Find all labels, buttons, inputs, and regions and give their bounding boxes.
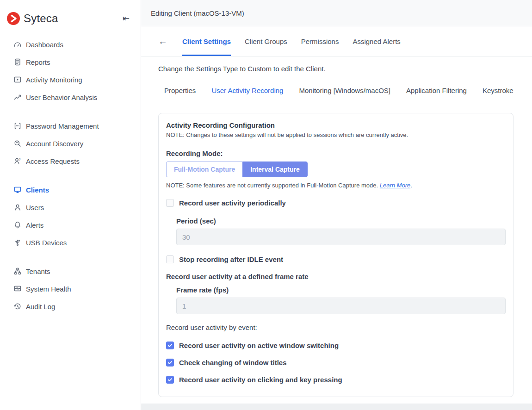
sidebar-item-reports[interactable]: Reports — [0, 53, 141, 71]
sidebar-item-label: USB Devices — [26, 239, 67, 247]
checkbox-row-record-periodically[interactable]: Record user activity periodically — [166, 199, 506, 207]
sidebar-item-label: Clients — [26, 186, 49, 194]
sidebar-item-label: User Behavior Analysis — [26, 93, 97, 101]
clients-icon — [13, 186, 22, 194]
checkbox-label: Record user activity on clicking and key… — [179, 376, 342, 384]
checkbox-checked-icon[interactable] — [166, 376, 174, 384]
sidebar-item-label: Dashboards — [26, 41, 63, 49]
tab-label: Client Settings — [182, 37, 231, 45]
users-icon — [13, 203, 22, 211]
sidebar-item-label: Reports — [26, 58, 50, 66]
svg-text:?: ? — [19, 157, 21, 162]
tab-permissions[interactable]: Permissions — [301, 26, 339, 56]
full-motion-capture-button[interactable]: Full-Motion Capture — [166, 162, 242, 177]
sidebar-item-tenants[interactable]: Tenants — [0, 262, 141, 280]
page-title: Editing Client (macOS-13-VM) — [151, 9, 244, 17]
sidebar-item-label: System Health — [26, 285, 71, 293]
sidebar-item-dashboards[interactable]: Dashboards — [0, 36, 141, 53]
sidebar-item-clients[interactable]: Clients — [0, 181, 141, 199]
sidebar-item-label: Tenants — [26, 267, 50, 275]
checkbox-label: Record user activity periodically — [179, 199, 286, 207]
sidebar-item-label: Activity Monitoring — [26, 76, 82, 84]
checkbox-row-window-switching[interactable]: Record user activity on active window sw… — [166, 342, 506, 349]
subtab-application-filtering[interactable]: Application Filtering — [406, 87, 467, 94]
frame-rate-section-label: Record user activity at a defined frame … — [166, 273, 506, 280]
period-label: Period (sec) — [176, 217, 506, 225]
sidebar-header: Syteca ⇤ — [0, 0, 141, 27]
learn-more-link[interactable]: Learn More — [380, 182, 410, 189]
subtab-user-activity-recording[interactable]: User Activity Recording — [211, 87, 283, 94]
sidebar-item-access-requests[interactable]: ? Access Requests — [0, 152, 141, 170]
tab-label: Assigned Alerts — [353, 37, 400, 45]
sidebar-item-label: Account Discovery — [26, 140, 83, 148]
account-discovery-icon — [13, 139, 22, 148]
tab-label: Permissions — [301, 37, 339, 45]
sidebar-item-audit-log[interactable]: Audit Log — [0, 298, 141, 315]
frame-rate-input[interactable] — [176, 298, 506, 314]
activity-recording-card: Activity Recording Configuration NOTE: C… — [158, 113, 513, 397]
password-management-icon — [13, 122, 22, 130]
sidebar: Syteca ⇤ Dashboards Reports Activity Mon… — [0, 0, 141, 410]
mode-note-suffix: . — [410, 182, 412, 189]
checkbox-label: Record user activity on active window sw… — [179, 342, 339, 349]
usb-devices-icon — [13, 238, 22, 247]
audit-log-icon — [13, 302, 22, 311]
sidebar-item-password-management[interactable]: Password Management — [0, 117, 141, 135]
user-behavior-analysis-icon — [13, 93, 22, 101]
recording-mode-toggle: Full-Motion Capture Interval Capture — [166, 162, 308, 177]
sidebar-nav: Dashboards Reports Activity Monitoring U… — [0, 36, 141, 315]
checkbox-label: Stop recording after IDLE event — [179, 255, 283, 263]
tab-client-groups[interactable]: Client Groups — [245, 26, 287, 56]
interval-capture-button[interactable]: Interval Capture — [242, 162, 308, 177]
nav-group-system: Tenants System Health Audit Log — [0, 262, 141, 315]
subtab-properties[interactable]: Properties — [164, 87, 196, 94]
checkbox-row-window-titles[interactable]: Check changing of window titles — [166, 359, 506, 367]
checkbox-label: Check changing of window titles — [179, 359, 287, 367]
brand-name: Syteca — [24, 12, 58, 25]
sidebar-item-label: Users — [26, 204, 44, 211]
dashboard-icon — [13, 40, 22, 49]
tab-label: Client Groups — [245, 37, 287, 45]
tabs-bar: ← Client Settings Client Groups Permissi… — [141, 26, 532, 56]
checkbox-checked-icon[interactable] — [166, 359, 174, 367]
sidebar-item-account-discovery[interactable]: Account Discovery — [0, 135, 141, 152]
collapse-sidebar-button[interactable]: ⇤ — [123, 14, 130, 23]
period-input[interactable] — [176, 229, 506, 245]
card-title: Activity Recording Configuration — [166, 121, 506, 129]
alerts-icon — [13, 221, 22, 229]
reports-icon — [13, 58, 22, 66]
sidebar-item-user-behavior-analysis[interactable]: User Behavior Analysis — [0, 88, 141, 106]
sidebar-item-alerts[interactable]: Alerts — [0, 216, 141, 234]
settings-type-notice: Change the Settings Type to Custom to ed… — [158, 65, 513, 73]
checkbox-unchecked-icon[interactable] — [166, 199, 174, 207]
content-area: ← Client Settings Client Groups Permissi… — [141, 26, 532, 410]
sidebar-item-activity-monitoring[interactable]: Activity Monitoring — [0, 71, 141, 88]
frame-rate-label: Frame rate (fps) — [176, 286, 506, 294]
tab-assigned-alerts[interactable]: Assigned Alerts — [353, 26, 400, 56]
checkbox-row-click-key-press[interactable]: Record user activity on clicking and key… — [166, 376, 506, 384]
access-requests-icon: ? — [13, 157, 22, 165]
tab-client-settings[interactable]: Client Settings — [182, 26, 231, 56]
syteca-logo-icon — [6, 12, 20, 25]
nav-group-pam: Password Management Account Discovery ? … — [0, 117, 141, 170]
recording-mode-label: Recording Mode: — [166, 149, 506, 157]
activity-monitoring-icon — [13, 75, 22, 84]
sidebar-item-users[interactable]: Users — [0, 199, 141, 216]
sidebar-item-system-health[interactable]: System Health — [0, 280, 141, 298]
by-event-label: Record user activity by event: — [166, 323, 506, 331]
bottom-divider — [141, 404, 532, 410]
sidebar-item-usb-devices[interactable]: USB Devices — [0, 234, 141, 251]
subtab-keystroke[interactable]: Keystroke — [483, 87, 513, 94]
mode-note-text: NOTE: Some features are not currently su… — [166, 182, 378, 189]
sidebar-item-label: Password Management — [26, 122, 99, 130]
sidebar-item-label: Access Requests — [26, 157, 80, 165]
subtab-monitoring[interactable]: Monitoring [Windows/macOS] — [299, 87, 390, 94]
settings-subtabs: Properties User Activity Recording Monit… — [164, 87, 513, 94]
sidebar-item-label: Audit Log — [26, 303, 55, 311]
checkbox-row-stop-after-idle[interactable]: Stop recording after IDLE event — [166, 255, 506, 263]
system-health-icon — [13, 285, 22, 293]
checkbox-unchecked-icon[interactable] — [166, 255, 174, 263]
checkbox-checked-icon[interactable] — [166, 342, 174, 349]
nav-group-analytics: Dashboards Reports Activity Monitoring U… — [0, 36, 141, 106]
back-arrow-button[interactable]: ← — [158, 36, 167, 47]
